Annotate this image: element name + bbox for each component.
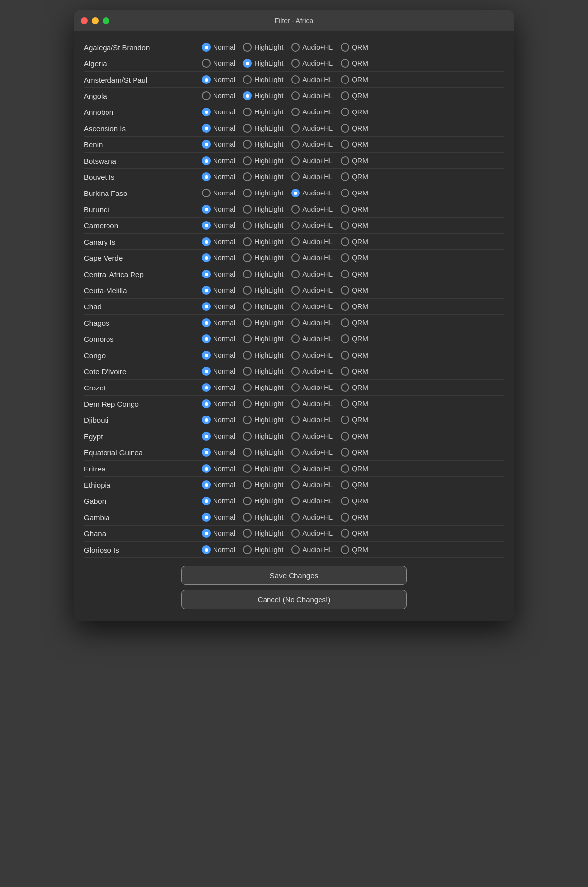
radio-button[interactable] bbox=[291, 43, 300, 52]
radio-button[interactable] bbox=[243, 351, 252, 360]
radio-button[interactable] bbox=[291, 367, 300, 376]
radio-button[interactable] bbox=[291, 334, 300, 343]
radio-button[interactable] bbox=[291, 497, 300, 505]
radio-button[interactable] bbox=[202, 302, 211, 311]
radio-button[interactable] bbox=[291, 302, 300, 311]
radio-button[interactable] bbox=[341, 172, 349, 181]
radio-button[interactable] bbox=[291, 156, 300, 165]
radio-button[interactable] bbox=[341, 480, 349, 489]
radio-button[interactable] bbox=[243, 43, 252, 52]
radio-button[interactable] bbox=[243, 221, 252, 230]
radio-button[interactable] bbox=[202, 480, 211, 489]
radio-button[interactable] bbox=[291, 513, 300, 522]
radio-button[interactable] bbox=[243, 237, 252, 246]
radio-button[interactable] bbox=[202, 416, 211, 424]
radio-button[interactable] bbox=[291, 529, 300, 538]
radio-button[interactable] bbox=[243, 140, 252, 149]
radio-button[interactable] bbox=[202, 59, 211, 68]
radio-button[interactable] bbox=[243, 448, 252, 457]
radio-button[interactable] bbox=[243, 172, 252, 181]
radio-button[interactable] bbox=[202, 334, 211, 343]
save-changes-button[interactable]: Save Changes bbox=[181, 566, 407, 585]
radio-button[interactable] bbox=[291, 448, 300, 457]
radio-button[interactable] bbox=[291, 399, 300, 408]
radio-button[interactable] bbox=[202, 464, 211, 473]
radio-button[interactable] bbox=[202, 108, 211, 116]
radio-button[interactable] bbox=[291, 59, 300, 68]
radio-button[interactable] bbox=[341, 351, 349, 360]
radio-button[interactable] bbox=[341, 367, 349, 376]
radio-button[interactable] bbox=[243, 480, 252, 489]
radio-button[interactable] bbox=[291, 270, 300, 278]
radio-button[interactable] bbox=[243, 513, 252, 522]
radio-button[interactable] bbox=[341, 286, 349, 295]
radio-button[interactable] bbox=[243, 205, 252, 214]
radio-button[interactable] bbox=[202, 205, 211, 214]
radio-button[interactable] bbox=[291, 545, 300, 554]
radio-button[interactable] bbox=[341, 221, 349, 230]
radio-button[interactable] bbox=[341, 140, 349, 149]
radio-button[interactable] bbox=[202, 124, 211, 133]
radio-button[interactable] bbox=[341, 156, 349, 165]
radio-button[interactable] bbox=[341, 432, 349, 441]
radio-button[interactable] bbox=[202, 318, 211, 327]
radio-button[interactable] bbox=[291, 351, 300, 360]
radio-button[interactable] bbox=[243, 416, 252, 424]
radio-button[interactable] bbox=[291, 432, 300, 441]
radio-button[interactable] bbox=[243, 124, 252, 133]
radio-button[interactable] bbox=[202, 270, 211, 278]
radio-button[interactable] bbox=[243, 334, 252, 343]
radio-button[interactable] bbox=[202, 140, 211, 149]
radio-button[interactable] bbox=[291, 221, 300, 230]
radio-button[interactable] bbox=[243, 302, 252, 311]
radio-button[interactable] bbox=[243, 156, 252, 165]
radio-button[interactable] bbox=[243, 108, 252, 116]
radio-button[interactable] bbox=[243, 189, 252, 197]
radio-button[interactable] bbox=[341, 545, 349, 554]
radio-button[interactable] bbox=[341, 59, 349, 68]
cancel-button[interactable]: Cancel (No Changes!) bbox=[181, 590, 407, 609]
radio-button[interactable] bbox=[202, 189, 211, 197]
radio-button[interactable] bbox=[202, 351, 211, 360]
radio-button[interactable] bbox=[243, 464, 252, 473]
radio-button[interactable] bbox=[291, 108, 300, 116]
radio-button[interactable] bbox=[341, 108, 349, 116]
radio-button[interactable] bbox=[202, 43, 211, 52]
radio-button[interactable] bbox=[291, 286, 300, 295]
radio-button[interactable] bbox=[202, 497, 211, 505]
radio-button[interactable] bbox=[341, 464, 349, 473]
radio-button[interactable] bbox=[243, 270, 252, 278]
radio-button[interactable] bbox=[341, 75, 349, 84]
radio-button[interactable] bbox=[341, 253, 349, 262]
radio-button[interactable] bbox=[341, 91, 349, 100]
radio-button[interactable] bbox=[243, 318, 252, 327]
radio-button[interactable] bbox=[341, 205, 349, 214]
radio-button[interactable] bbox=[291, 205, 300, 214]
radio-button[interactable] bbox=[291, 237, 300, 246]
radio-button[interactable] bbox=[243, 75, 252, 84]
radio-button[interactable] bbox=[243, 91, 252, 100]
radio-button[interactable] bbox=[341, 334, 349, 343]
radio-button[interactable] bbox=[243, 286, 252, 295]
radio-button[interactable] bbox=[341, 124, 349, 133]
radio-button[interactable] bbox=[341, 448, 349, 457]
radio-button[interactable] bbox=[291, 253, 300, 262]
radio-button[interactable] bbox=[291, 464, 300, 473]
radio-button[interactable] bbox=[202, 513, 211, 522]
radio-button[interactable] bbox=[243, 59, 252, 68]
radio-button[interactable] bbox=[341, 497, 349, 505]
radio-button[interactable] bbox=[291, 480, 300, 489]
radio-button[interactable] bbox=[243, 529, 252, 538]
radio-button[interactable] bbox=[202, 91, 211, 100]
radio-button[interactable] bbox=[341, 513, 349, 522]
radio-button[interactable] bbox=[202, 383, 211, 392]
country-list[interactable]: Agalega/St BrandonNormalHighLightAudio+H… bbox=[74, 39, 514, 558]
radio-button[interactable] bbox=[243, 253, 252, 262]
radio-button[interactable] bbox=[202, 286, 211, 295]
radio-button[interactable] bbox=[291, 383, 300, 392]
radio-button[interactable] bbox=[341, 416, 349, 424]
radio-button[interactable] bbox=[202, 75, 211, 84]
radio-button[interactable] bbox=[243, 383, 252, 392]
radio-button[interactable] bbox=[291, 124, 300, 133]
radio-button[interactable] bbox=[341, 318, 349, 327]
